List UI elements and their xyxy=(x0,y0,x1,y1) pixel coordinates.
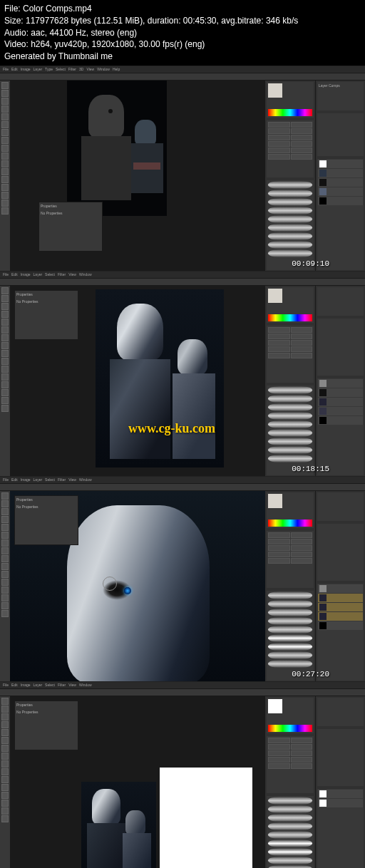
menu-select[interactable]: Select xyxy=(45,683,55,687)
layers-panel[interactable] xyxy=(317,159,364,270)
brush-preset[interactable] xyxy=(268,848,312,856)
eraser-tool-icon[interactable] xyxy=(1,145,9,152)
action-button[interactable] xyxy=(268,346,290,352)
layer-comps-panel[interactable]: Layer Comps xyxy=(317,82,364,110)
tool-icon[interactable] xyxy=(1,594,9,601)
action-button[interactable] xyxy=(291,154,313,160)
action-button[interactable] xyxy=(268,750,290,756)
brush-preset[interactable] xyxy=(268,190,312,197)
menu-layer[interactable]: Layer xyxy=(34,683,43,687)
tool-icon[interactable] xyxy=(1,366,9,373)
color-spectrum[interactable] xyxy=(268,725,312,732)
menu-window[interactable]: Window xyxy=(97,67,110,71)
action-button[interactable] xyxy=(291,532,313,538)
adjustments-panel[interactable] xyxy=(317,113,364,156)
shape-tool-icon[interactable] xyxy=(1,192,9,199)
tools-panel[interactable] xyxy=(0,696,10,868)
artwork-canvas[interactable] xyxy=(67,81,167,216)
tool-icon[interactable] xyxy=(1,753,9,760)
brush-preset[interactable] xyxy=(268,181,312,189)
action-button[interactable] xyxy=(291,135,313,140)
action-button[interactable] xyxy=(291,141,313,147)
layer-row[interactable] xyxy=(318,178,363,187)
action-button[interactable] xyxy=(291,552,313,557)
tool-icon[interactable] xyxy=(1,698,9,705)
foreground-swatch[interactable] xyxy=(268,494,282,508)
tool-icon[interactable] xyxy=(1,713,9,720)
action-button[interactable] xyxy=(291,558,313,564)
layer-comps-panel[interactable] xyxy=(317,698,364,726)
brushes-panel[interactable] xyxy=(267,796,314,868)
action-button[interactable] xyxy=(291,340,313,346)
action-button[interactable] xyxy=(268,552,290,557)
properties-panel[interactable]: Properties No Properties xyxy=(38,202,103,252)
zoom-tool-icon[interactable] xyxy=(1,207,9,215)
menu-view[interactable]: View xyxy=(68,272,76,277)
actions-panel[interactable] xyxy=(267,736,314,793)
color-panel[interactable] xyxy=(267,287,314,323)
tool-icon[interactable] xyxy=(1,373,9,381)
menubar[interactable]: File Edit Image Layer Type Select Filter… xyxy=(0,66,365,73)
layer-row[interactable] xyxy=(318,398,363,406)
path-tool-icon[interactable] xyxy=(1,184,9,191)
layer-comps-panel[interactable] xyxy=(317,492,364,521)
layer-row[interactable] xyxy=(318,799,363,807)
brush-preset[interactable] xyxy=(268,395,312,403)
tool-icon[interactable] xyxy=(1,602,9,609)
menu-layer[interactable]: Layer xyxy=(34,67,43,71)
tool-icon[interactable] xyxy=(1,326,9,334)
action-button[interactable] xyxy=(291,757,313,763)
tool-icon[interactable] xyxy=(1,358,9,365)
action-button[interactable] xyxy=(268,539,290,544)
tool-icon[interactable] xyxy=(1,563,9,570)
foreground-swatch[interactable] xyxy=(268,289,282,303)
tool-icon[interactable] xyxy=(1,579,9,586)
color-spectrum[interactable] xyxy=(268,109,312,116)
adjustments-panel[interactable] xyxy=(317,729,364,786)
color-panel[interactable] xyxy=(267,82,314,118)
brushes-panel[interactable] xyxy=(267,386,314,475)
crop-tool-icon[interactable] xyxy=(1,113,9,120)
menu-view[interactable]: View xyxy=(68,683,76,687)
tool-icon[interactable] xyxy=(1,776,9,783)
action-button[interactable] xyxy=(291,545,313,551)
tool-icon[interactable] xyxy=(1,311,9,318)
tools-panel[interactable] xyxy=(0,81,10,272)
layer-row[interactable] xyxy=(318,621,363,630)
brush-preset[interactable] xyxy=(268,643,312,651)
tool-icon[interactable] xyxy=(1,792,9,799)
tool-icon[interactable] xyxy=(1,508,9,515)
menu-select[interactable]: Select xyxy=(45,477,55,482)
hand-tool-icon[interactable] xyxy=(1,200,9,207)
tool-icon[interactable] xyxy=(1,405,9,412)
menu-edit[interactable]: Edit xyxy=(11,683,18,687)
foreground-swatch[interactable] xyxy=(268,699,282,713)
text-tool-icon[interactable] xyxy=(1,176,9,183)
tool-icon[interactable] xyxy=(1,539,9,547)
move-tool-icon[interactable] xyxy=(1,82,9,89)
canvas-area[interactable]: Properties No Properties xyxy=(10,81,265,272)
action-button[interactable] xyxy=(268,334,290,339)
menu-file[interactable]: File xyxy=(3,67,9,71)
adjustments-panel[interactable] xyxy=(317,319,364,376)
tool-icon[interactable] xyxy=(1,784,9,791)
menu-window[interactable]: Window xyxy=(79,477,92,482)
tool-icon[interactable] xyxy=(1,532,9,539)
menu-image[interactable]: Image xyxy=(21,477,31,482)
tool-icon[interactable] xyxy=(1,706,9,713)
action-button[interactable] xyxy=(291,148,313,153)
menu-window[interactable]: Window xyxy=(79,272,92,277)
tool-icon[interactable] xyxy=(1,555,9,562)
action-button[interactable] xyxy=(291,327,313,333)
brush-preset[interactable] xyxy=(268,241,312,249)
menu-3d[interactable]: 3D xyxy=(79,67,83,71)
lasso-tool-icon[interactable] xyxy=(1,98,9,105)
menu-help[interactable]: Help xyxy=(113,67,120,71)
color-spectrum[interactable] xyxy=(268,520,312,527)
tool-icon[interactable] xyxy=(1,745,9,752)
layer-row[interactable] xyxy=(318,379,363,388)
brush-preset[interactable] xyxy=(268,805,312,813)
menu-filter[interactable]: Filter xyxy=(68,67,76,71)
actions-panel[interactable] xyxy=(267,326,314,383)
brush-preset[interactable] xyxy=(268,626,312,634)
